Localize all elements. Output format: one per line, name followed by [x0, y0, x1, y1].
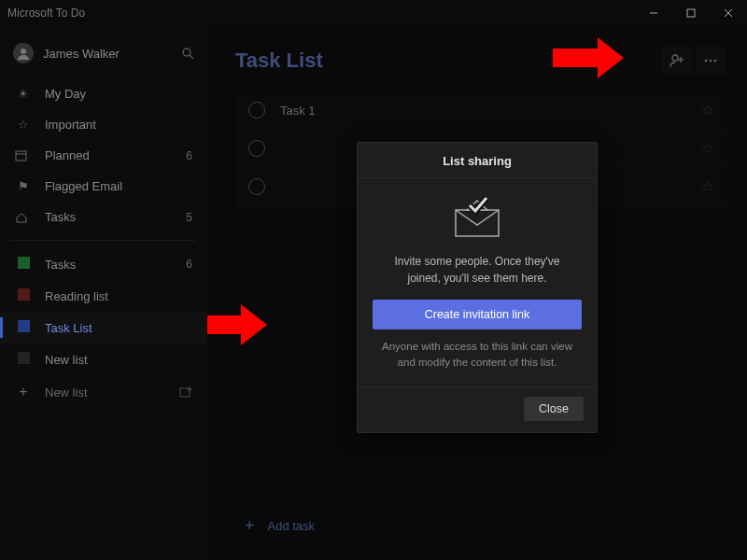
sidebar-item-label: New list — [45, 353, 88, 367]
svg-point-5 — [183, 49, 190, 56]
sidebar-list-reading-list[interactable]: Reading list — [0, 280, 207, 312]
dialog-description: Invite some people. Once they've joined,… — [358, 247, 597, 300]
user-name: James Walker — [43, 47, 120, 61]
list-sharing-dialog: List sharing Invite some people. Once th… — [357, 142, 598, 433]
sidebar-item-my-day[interactable]: ☀ My Day — [0, 78, 207, 109]
list-color-icon — [15, 257, 32, 272]
calendar-icon — [15, 149, 32, 161]
new-list-row[interactable]: + New list — [0, 375, 207, 409]
close-icon — [724, 8, 733, 18]
account-row[interactable]: James Walker — [0, 34, 207, 78]
dialog-illustration — [358, 178, 597, 247]
sidebar-item-label: Task List — [45, 321, 92, 335]
sidebar-item-planned[interactable]: Planned 6 — [0, 140, 207, 171]
window-close-button[interactable] — [710, 0, 747, 26]
sidebar-item-flagged-email[interactable]: ⚑ Flagged Email — [0, 171, 207, 202]
new-list-label: New list — [45, 385, 88, 399]
window-minimize-button[interactable] — [635, 0, 672, 26]
svg-line-6 — [190, 55, 193, 59]
sidebar-item-count: 6 — [186, 149, 192, 162]
sidebar-item-count: 5 — [186, 211, 192, 224]
modal-overlay: List sharing Invite some people. Once th… — [207, 26, 747, 560]
main-pane: Task List Task 1 ☆ ☆ — [207, 26, 747, 560]
star-icon: ☆ — [15, 118, 32, 132]
list-color-icon — [15, 288, 32, 303]
sidebar-item-label: Tasks — [45, 210, 76, 224]
list-color-icon — [15, 320, 32, 335]
sidebar-item-label: Flagged Email — [45, 179, 122, 193]
sidebar-divider — [11, 240, 196, 241]
sidebar-item-label: My Day — [45, 87, 86, 101]
sidebar-item-label: Reading list — [45, 289, 108, 303]
dialog-note: Anyone with access to this link can view… — [358, 329, 597, 383]
svg-rect-7 — [16, 151, 26, 161]
svg-rect-1 — [687, 9, 695, 17]
dialog-title: List sharing — [358, 143, 597, 178]
person-icon — [17, 47, 30, 60]
minimize-icon — [649, 8, 658, 18]
flag-icon: ⚑ — [15, 179, 32, 193]
dialog-close-button[interactable]: Close — [524, 397, 584, 421]
title-bar: Microsoft To Do — [0, 0, 747, 26]
sidebar-list-tasks[interactable]: Tasks 6 — [0, 248, 207, 280]
custom-lists: Tasks 6 Reading list Task List New list — [0, 248, 207, 375]
sidebar-item-count: 6 — [186, 258, 192, 271]
avatar — [13, 43, 34, 63]
add-group-button[interactable] — [179, 385, 192, 399]
app-title: Microsoft To Do — [7, 7, 85, 20]
envelope-check-icon — [448, 195, 506, 238]
list-color-icon — [15, 352, 32, 367]
sidebar-item-label: Planned — [45, 148, 90, 162]
sidebar: James Walker ☀ My Day ☆ Important Planne… — [0, 26, 207, 560]
search-icon — [181, 47, 194, 60]
window-maximize-button[interactable] — [672, 0, 710, 26]
sidebar-list-task-list[interactable]: Task List — [0, 312, 207, 343]
sidebar-item-important[interactable]: ☆ Important — [0, 109, 207, 140]
svg-point-4 — [21, 49, 26, 54]
sidebar-item-tasks[interactable]: Tasks 5 — [0, 202, 207, 232]
sidebar-item-label: Tasks — [45, 258, 76, 272]
search-button[interactable] — [181, 47, 194, 60]
sidebar-list-new-list[interactable]: New list — [0, 343, 207, 375]
plus-icon: + — [15, 384, 32, 400]
smart-lists: ☀ My Day ☆ Important Planned 6 ⚑ Flagged… — [0, 78, 207, 232]
maximize-icon — [686, 8, 696, 18]
add-group-icon — [179, 385, 192, 399]
create-invitation-link-button[interactable]: Create invitation link — [373, 300, 582, 329]
sun-icon: ☀ — [15, 87, 32, 101]
sidebar-item-label: Important — [45, 118, 96, 132]
home-icon — [15, 211, 32, 223]
